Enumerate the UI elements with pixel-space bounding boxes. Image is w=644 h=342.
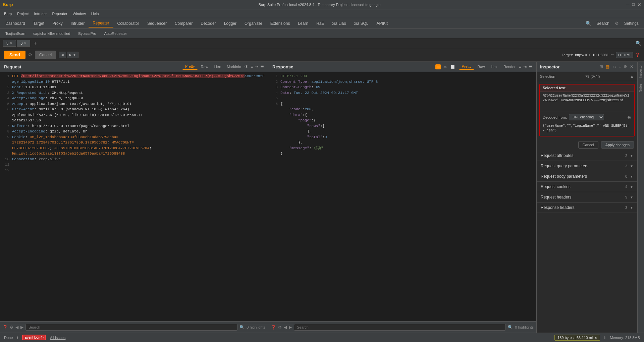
req-help-icon[interactable]: ❓ bbox=[3, 325, 8, 330]
add-encoding-btn[interactable]: ⊕ bbox=[627, 115, 631, 120]
tab-collaborator[interactable]: Collaborator bbox=[113, 20, 143, 27]
nav-search-btn[interactable]: Search bbox=[593, 20, 613, 27]
sec-tab-tsojanscan[interactable]: TsojianScan bbox=[3, 31, 28, 36]
cancel-button[interactable]: Cancel bbox=[35, 51, 56, 59]
resp-single-icon[interactable]: ▭ bbox=[442, 64, 448, 69]
request-code-area[interactable]: 1 GET /user/list?search=%7b%22userName%2… bbox=[0, 72, 268, 321]
vert-tab-notes[interactable]: Notes bbox=[638, 81, 644, 95]
accordion-cookies-header[interactable]: Request cookies 4 ▼ bbox=[537, 182, 637, 192]
menu-intruder[interactable]: Intruder bbox=[32, 11, 50, 16]
accordion-req-headers-header[interactable]: Request headers 9 ▼ bbox=[537, 192, 637, 202]
next-btn[interactable]: ▶ ▼ bbox=[67, 52, 78, 58]
menu-repeater[interactable]: Repeater bbox=[49, 11, 70, 16]
tab-extensions[interactable]: Extensions bbox=[266, 20, 294, 27]
resp-wrap-icon[interactable]: ≡ bbox=[519, 64, 521, 69]
resp-split-icon[interactable]: ⊞ bbox=[435, 64, 441, 69]
all-issues-label[interactable]: All issues bbox=[50, 336, 65, 340]
req-tab-pretty[interactable]: Pretty bbox=[182, 64, 198, 70]
menu-project[interactable]: Project bbox=[14, 11, 31, 16]
resp-search-back[interactable]: ◀ bbox=[284, 325, 287, 330]
response-search-input[interactable] bbox=[294, 324, 506, 331]
send-button[interactable]: Send bbox=[4, 51, 25, 59]
settings-icon[interactable]: ⚙ bbox=[615, 21, 619, 26]
insp-list-icon[interactable]: ▦ bbox=[605, 64, 610, 70]
resp-indent-icon[interactable]: ⇥ bbox=[523, 64, 527, 69]
resp-tab-pretty[interactable]: Pretty bbox=[459, 64, 474, 70]
resp-tab-hex[interactable]: Hex bbox=[488, 64, 500, 69]
resp-search-gear[interactable]: ⚙ bbox=[278, 325, 282, 330]
inspector-apply-btn[interactable]: Apply changes bbox=[601, 141, 634, 149]
http-help-icon[interactable]: ❓ bbox=[635, 53, 640, 57]
req-eye-icon[interactable]: 👁 bbox=[245, 64, 249, 69]
tab-comparer[interactable]: Comparer bbox=[171, 20, 197, 27]
resp-menu-icon[interactable]: ☰ bbox=[529, 64, 532, 69]
tab-target[interactable]: Target bbox=[29, 20, 48, 27]
tab-5-close[interactable]: ✕ bbox=[10, 41, 12, 45]
menu-help[interactable]: Help bbox=[89, 11, 102, 16]
tab-proxy[interactable]: Proxy bbox=[48, 20, 67, 27]
repeater-tab-5[interactable]: 5 ✕ bbox=[3, 40, 16, 47]
sec-tab-captcha[interactable]: captcha-killer-modified bbox=[31, 31, 73, 36]
accordion-req-attrs-header[interactable]: Request attributes 2 ▼ bbox=[537, 151, 637, 161]
tab-learn[interactable]: Learn bbox=[294, 20, 312, 27]
tab-xiasql[interactable]: xia SQL bbox=[350, 20, 373, 27]
minimize-icon[interactable]: ─ bbox=[626, 2, 630, 7]
req-menu-icon[interactable]: ☰ bbox=[260, 64, 264, 69]
decoded-content[interactable]: {"userName":"","loginName":"' AND SLEEP(… bbox=[540, 122, 634, 136]
tab-organizer[interactable]: Organizer bbox=[240, 20, 266, 27]
resp-search-fwd[interactable]: ▶ bbox=[289, 325, 292, 330]
sec-tab-bypasspro[interactable]: BypassPro bbox=[75, 31, 99, 36]
resp-vert-icon[interactable]: ⬜ bbox=[449, 64, 456, 69]
tab-6-close[interactable]: ✕ bbox=[24, 41, 26, 45]
insp-gear-icon[interactable]: ⚙ bbox=[623, 64, 628, 70]
sec-tab-autorepeater[interactable]: AutoRepeater bbox=[102, 31, 130, 36]
vert-tab-inspector[interactable]: Inspector bbox=[638, 62, 644, 81]
menu-window[interactable]: Window bbox=[70, 11, 89, 16]
decoded-encoding-select[interactable]: URL encoding Base64 HTML encoding bbox=[569, 114, 604, 120]
tab-xialiao[interactable]: xia Liao bbox=[328, 20, 350, 27]
edit-target-icon[interactable]: ✏ bbox=[611, 53, 614, 57]
event-log-badge[interactable]: Event log (4) bbox=[22, 335, 46, 340]
accordion-query-header[interactable]: Request query parameters 3 ▼ bbox=[537, 161, 637, 171]
response-code-area[interactable]: 1 HTTP/1.1 200 2 Content-Type: applicati… bbox=[268, 72, 536, 321]
tab-repeater[interactable]: Repeater bbox=[89, 19, 113, 27]
request-search-input[interactable] bbox=[25, 324, 237, 331]
req-tab-hex[interactable]: Hex bbox=[212, 64, 224, 69]
tab-dashboard[interactable]: Dashboard bbox=[1, 20, 29, 27]
search-nav-icon[interactable]: 🔍 bbox=[586, 21, 591, 26]
resp-help-icon[interactable]: ❓ bbox=[271, 325, 276, 330]
req-search-magnify[interactable]: 🔍 bbox=[239, 325, 245, 330]
event-log-info-icon[interactable]: ℹ bbox=[17, 335, 18, 340]
settings-gear[interactable]: ⚙ bbox=[28, 52, 32, 57]
tab-sequencer[interactable]: Sequencer bbox=[143, 20, 171, 27]
http-version-selector[interactable]: HTTP/1 bbox=[616, 52, 633, 58]
tab-apikit[interactable]: APIKit bbox=[373, 20, 392, 27]
tab-decoder[interactable]: Decoder bbox=[197, 20, 220, 27]
insp-close-icon[interactable]: ✕ bbox=[629, 64, 634, 70]
tab-intruder[interactable]: Intruder bbox=[67, 20, 89, 27]
insp-grid-icon[interactable]: ⊞ bbox=[599, 64, 604, 70]
insp-sort-asc-icon[interactable]: ↑↓ bbox=[611, 64, 617, 70]
req-indent-icon[interactable]: ⇥ bbox=[255, 64, 258, 69]
menu-burp[interactable]: Burp bbox=[1, 11, 14, 16]
req-tab-raw[interactable]: Raw bbox=[198, 64, 211, 69]
req-search-gear[interactable]: ⚙ bbox=[10, 325, 13, 330]
req-wrap-icon[interactable]: ≡ bbox=[251, 64, 253, 69]
maximize-icon[interactable]: □ bbox=[632, 2, 635, 7]
prev-btn[interactable]: ◀ bbox=[59, 52, 66, 58]
accordion-resp-headers-header[interactable]: Response headers 3 ▼ bbox=[537, 203, 637, 213]
selected-text-content[interactable]: %7b%22userName%22%3a%22%22%2c%221oginNam… bbox=[540, 92, 634, 112]
resp-tab-raw[interactable]: Raw bbox=[475, 64, 487, 69]
tab-add-btn[interactable]: + bbox=[31, 40, 39, 47]
close-icon[interactable]: ✕ bbox=[637, 2, 641, 7]
accordion-body-header[interactable]: Request body parameters 0 ▼ bbox=[537, 171, 637, 181]
selection-collapse-icon[interactable]: ▲ bbox=[630, 74, 634, 79]
req-search-fwd[interactable]: ▶ bbox=[20, 325, 23, 330]
tab-search-icon[interactable]: 🔍 bbox=[636, 41, 641, 46]
inspector-cancel-btn[interactable]: Cancel bbox=[578, 141, 598, 149]
tab-logger[interactable]: Logger bbox=[220, 20, 240, 27]
nav-settings-btn[interactable]: Settings bbox=[620, 20, 643, 27]
repeater-tab-6[interactable]: 6 ✕ bbox=[17, 40, 30, 47]
req-search-back[interactable]: ◀ bbox=[15, 325, 18, 330]
resp-tab-render[interactable]: Render bbox=[501, 64, 518, 69]
